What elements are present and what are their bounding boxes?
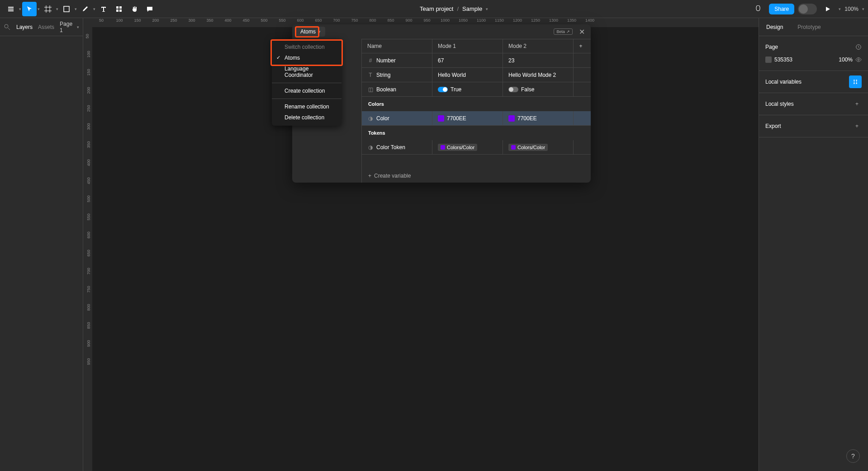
ruler-tick: 750: [86, 286, 91, 292]
boolean-icon: ◫: [367, 86, 374, 93]
export-section: Export +: [759, 115, 868, 137]
present-caret-icon[interactable]: ▾: [839, 7, 841, 11]
breadcrumb-separator: /: [457, 5, 459, 12]
visibility-icon[interactable]: [855, 57, 862, 63]
history-icon[interactable]: [855, 44, 862, 50]
color-mode1-cell[interactable]: 7700EE: [432, 111, 503, 125]
string-mode2-cell[interactable]: Hello World Mode 2: [503, 68, 574, 82]
rectangle-tool-caret-icon[interactable]: ▾: [75, 7, 77, 11]
ctx-item-rename[interactable]: Rename collection: [272, 101, 342, 112]
search-icon[interactable]: [4, 24, 11, 31]
variable-row-number[interactable]: #Number 67 23: [362, 53, 591, 68]
add-style-button[interactable]: +: [855, 101, 862, 107]
ruler-tick: 300: [86, 123, 91, 130]
frame-tool-caret-icon[interactable]: ▾: [56, 7, 58, 11]
ruler-tick: 1250: [531, 18, 540, 23]
breadcrumb: Team project / Sample ▾: [157, 5, 751, 12]
ruler-tick: 400: [86, 159, 91, 166]
collection-dropdown[interactable]: Atoms ▾: [296, 27, 325, 37]
external-link-icon: ↗: [566, 29, 570, 34]
ruler-tick: 50: [99, 18, 104, 23]
zoom-caret-icon[interactable]: ▾: [862, 7, 864, 11]
move-tool-caret-icon[interactable]: ▾: [38, 7, 40, 11]
column-header-mode1[interactable]: Mode 1: [432, 39, 503, 53]
variable-row-token[interactable]: ◑Color Token Colors/Color Colors/Color: [362, 140, 591, 155]
token-mode2-cell[interactable]: Colors/Color: [503, 140, 574, 154]
ruler-tick: 1000: [441, 18, 450, 23]
string-mode1-cell[interactable]: Hello World: [432, 68, 503, 82]
add-export-button[interactable]: +: [855, 123, 862, 129]
ruler-tick: 650: [86, 250, 91, 256]
background-color[interactable]: 535353: [765, 57, 792, 63]
color-mode2-cell[interactable]: 7700EE: [503, 111, 574, 125]
file-caret-icon[interactable]: ▾: [486, 7, 488, 11]
help-button[interactable]: ?: [846, 449, 860, 463]
ruler-corner: [83, 18, 92, 27]
audio-button[interactable]: [751, 2, 765, 16]
hand-tool-button[interactable]: [127, 2, 142, 16]
rectangle-tool-button[interactable]: [59, 2, 74, 16]
ruler-tick: 150: [134, 18, 141, 23]
spacer-row: [362, 155, 591, 169]
breadcrumb-team[interactable]: Team project: [420, 5, 453, 12]
local-styles-section: Local styles +: [759, 93, 868, 115]
column-header-mode2[interactable]: Mode 2: [503, 39, 574, 53]
pen-tool-button[interactable]: [78, 2, 92, 16]
boolean-mode1-cell[interactable]: True: [432, 82, 503, 96]
tab-prototype[interactable]: Prototype: [790, 18, 828, 36]
variable-row-string[interactable]: TString Hello World Hello World Mode 2: [362, 68, 591, 82]
number-icon: #: [367, 57, 374, 64]
share-button[interactable]: Share: [769, 4, 794, 14]
ruler-tick: 600: [86, 231, 91, 238]
tab-design[interactable]: Design: [759, 18, 790, 36]
main-menu-button[interactable]: [4, 2, 18, 16]
local-variables-section: Local variables: [759, 71, 868, 93]
close-button[interactable]: ✕: [576, 26, 587, 37]
ruler-tick: 900: [86, 340, 91, 347]
devmode-toggle[interactable]: [798, 4, 817, 14]
beta-badge[interactable]: Beta↗: [554, 28, 573, 35]
ruler-tick: 400: [224, 18, 231, 23]
local-variables-button[interactable]: [849, 75, 862, 88]
create-variable-button[interactable]: +Create variable: [362, 169, 591, 183]
number-mode1-cell[interactable]: 67: [432, 53, 503, 67]
present-button[interactable]: [821, 2, 835, 16]
page-section: Page 535353 100%: [759, 36, 868, 71]
comment-tool-button[interactable]: [142, 2, 157, 16]
plus-icon: +: [368, 173, 371, 179]
boolean-mode2-cell[interactable]: False: [503, 82, 574, 96]
ruler-tick: 1050: [459, 18, 468, 23]
ctx-item-atoms[interactable]: Atoms: [272, 52, 342, 63]
ruler-tick: 300: [188, 18, 195, 23]
add-mode-button[interactable]: +: [574, 39, 588, 53]
breadcrumb-file[interactable]: Sample: [462, 5, 482, 12]
frame-tool-button[interactable]: [41, 2, 55, 16]
ctx-item-delete[interactable]: Delete collection: [272, 112, 342, 123]
ruler-tick: 1150: [495, 18, 504, 23]
variable-row-color[interactable]: ◑Color 7700EE 7700EE: [362, 111, 591, 126]
main-menu-caret-icon[interactable]: ▾: [19, 7, 21, 11]
bg-opacity[interactable]: 100%: [839, 57, 853, 63]
svg-rect-0: [64, 6, 69, 12]
toggle-on-icon: [438, 87, 448, 92]
tab-assets[interactable]: Assets: [38, 24, 54, 30]
ctx-header: Switch collection: [272, 42, 342, 52]
move-tool-button[interactable]: [22, 2, 37, 16]
token-mode1-cell[interactable]: Colors/Color: [432, 140, 503, 154]
zoom-level[interactable]: 100%: [844, 6, 859, 12]
variable-row-boolean[interactable]: ◫Boolean True False: [362, 82, 591, 97]
page-selector[interactable]: Page 1▾: [60, 21, 79, 33]
toolbar-left: ▾ ▾ ▾ ▾ ▾: [4, 2, 157, 16]
number-mode2-cell[interactable]: 23: [503, 53, 574, 67]
export-label: Export: [765, 123, 781, 129]
text-tool-button[interactable]: [96, 2, 111, 16]
resources-button[interactable]: [112, 2, 126, 16]
tab-layers[interactable]: Layers: [16, 24, 33, 30]
svg-point-5: [5, 24, 8, 28]
ctx-item-create[interactable]: Create collection: [272, 85, 342, 96]
collection-caret-icon: ▾: [318, 29, 321, 34]
ctx-separator: [272, 99, 342, 99]
ruler-tick: 450: [86, 177, 91, 184]
pen-tool-caret-icon[interactable]: ▾: [93, 7, 95, 11]
ctx-item-language[interactable]: Language Coordinator: [272, 63, 342, 80]
